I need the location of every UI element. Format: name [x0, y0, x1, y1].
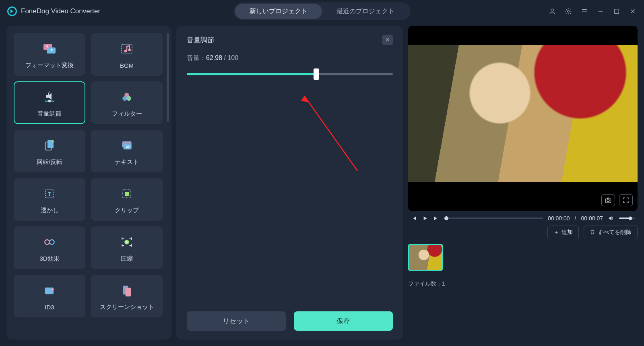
transport-bar: 00:00:00 / 00:00:07	[408, 215, 638, 222]
volume-label: 音量：	[187, 54, 206, 61]
minimize-icon[interactable]	[597, 7, 605, 15]
trash-icon	[590, 229, 595, 236]
add-file-button[interactable]: ＋ 追加	[547, 226, 579, 239]
svg-line-27	[304, 96, 357, 171]
tool-label: スクリーンショット	[100, 303, 154, 311]
tool-3d[interactable]: 3D効果	[14, 226, 85, 269]
panel-close-button[interactable]: ✕	[382, 35, 393, 45]
mute-button[interactable]	[608, 215, 614, 222]
volume-slider[interactable]	[187, 73, 393, 75]
snapshot-button[interactable]	[601, 194, 615, 206]
volume-value: 62.98	[206, 54, 222, 61]
svg-rect-20	[125, 192, 129, 196]
delete-all-button[interactable]: すべてを削除	[584, 226, 638, 239]
settings-icon[interactable]	[564, 7, 572, 15]
menu-icon[interactable]	[580, 7, 588, 15]
file-count: ファイル数：1	[408, 280, 638, 288]
account-icon[interactable]	[548, 7, 556, 15]
svg-text:T: T	[48, 191, 51, 197]
svg-point-30	[607, 199, 609, 202]
svg-point-10	[122, 96, 127, 101]
file-count-label: ファイル数：	[408, 280, 442, 287]
tool-label: 3D効果	[39, 255, 59, 263]
volume-readout: 音量：62.98 / 100	[187, 54, 393, 62]
file-thumbnail[interactable]	[408, 244, 443, 271]
svg-point-14	[52, 140, 54, 142]
time-sep: /	[575, 215, 576, 222]
file-actions: ＋ 追加 すべてを削除	[408, 226, 638, 239]
fullscreen-button[interactable]	[619, 194, 633, 206]
tool-id3[interactable]: ID3	[14, 275, 85, 317]
app-logo-icon	[7, 6, 17, 16]
app-title: FoneDog Video Converter	[21, 7, 100, 15]
file-thumbnails	[408, 244, 638, 271]
preview-panel: 00:00:00 / 00:00:07 ＋ 追加 すべてを削除 ファイル数：1	[408, 26, 638, 340]
plus-icon: ＋	[553, 229, 559, 236]
svg-rect-2	[615, 9, 619, 14]
svg-point-8	[48, 99, 51, 102]
main-area: フォーマット変換 BGM 音量調節 フィルター 回転/反転	[0, 23, 644, 346]
panel-title: 音量調節	[187, 35, 214, 45]
add-label: 追加	[561, 229, 573, 236]
text-icon	[118, 137, 136, 154]
project-tabs: 新しいプロジェクト 最近のプロジェクト	[233, 2, 411, 20]
next-button[interactable]	[433, 215, 440, 222]
video-preview	[408, 26, 638, 211]
annotation-arrow-icon	[297, 90, 361, 175]
tool-label: 圧縮	[121, 255, 133, 263]
prev-button[interactable]	[411, 215, 417, 222]
svg-point-0	[551, 9, 553, 11]
tab-new-project[interactable]: 新しいプロジェクト	[235, 4, 322, 19]
volume-slider-thumb[interactable]	[314, 68, 319, 80]
watermark-icon: T	[41, 185, 58, 203]
tool-label: 音量調節	[37, 110, 62, 118]
tool-label: 回転/反転	[37, 158, 62, 166]
tool-watermark[interactable]: T 透かし	[14, 178, 85, 221]
window-controls	[548, 7, 637, 15]
tool-format-convert[interactable]: フォーマット変換	[14, 33, 85, 76]
reset-button[interactable]: リセット	[187, 311, 286, 331]
bgm-icon	[118, 40, 136, 58]
time-total: 00:00:07	[581, 215, 603, 222]
tool-label: テキスト	[115, 158, 139, 166]
maximize-icon[interactable]	[613, 7, 621, 15]
compress-icon	[118, 233, 136, 251]
tool-screenshot[interactable]: スクリーンショット	[91, 275, 163, 317]
svg-point-11	[126, 96, 131, 101]
tool-label: フォーマット変換	[25, 62, 74, 69]
time-current: 00:00:00	[548, 215, 570, 222]
tab-recent-projects[interactable]: 最近のプロジェクト	[322, 4, 409, 19]
format-convert-icon	[41, 40, 58, 58]
play-button[interactable]	[422, 215, 428, 222]
clip-icon	[118, 185, 136, 203]
tool-label: クリップ	[115, 207, 139, 214]
settings-panel: 音量調節 ✕ 音量：62.98 / 100 リセット 保存	[176, 26, 403, 340]
svg-rect-16	[124, 144, 132, 149]
tool-text[interactable]: テキスト	[91, 130, 163, 172]
volume-max: / 100	[222, 54, 238, 61]
svg-point-7	[128, 48, 131, 51]
rotate-icon	[41, 137, 58, 154]
svg-point-22	[50, 240, 54, 244]
svg-marker-28	[301, 96, 308, 102]
tool-label: BGM	[120, 62, 134, 69]
tool-clip[interactable]: クリップ	[91, 178, 163, 221]
volume-icon	[41, 88, 58, 106]
progress-bar[interactable]	[444, 218, 543, 219]
tool-filter[interactable]: フィルター	[91, 81, 163, 124]
screenshot-icon	[118, 282, 136, 299]
close-icon[interactable]	[629, 7, 637, 15]
file-count-value: 1	[442, 280, 445, 287]
svg-point-21	[45, 240, 50, 244]
tool-bgm[interactable]: BGM	[91, 33, 163, 76]
tool-volume[interactable]: 音量調節	[14, 81, 85, 124]
tool-rotate[interactable]: 回転/反転	[14, 130, 85, 172]
tool-compress[interactable]: 圧縮	[91, 226, 163, 269]
save-button[interactable]: 保存	[294, 311, 393, 331]
id3-icon	[41, 282, 58, 300]
tool-label: ID3	[45, 304, 54, 311]
svg-point-1	[568, 10, 570, 12]
3d-icon	[41, 233, 58, 251]
mini-volume-slider[interactable]	[619, 218, 635, 219]
tool-scrollbar[interactable]	[167, 33, 169, 122]
